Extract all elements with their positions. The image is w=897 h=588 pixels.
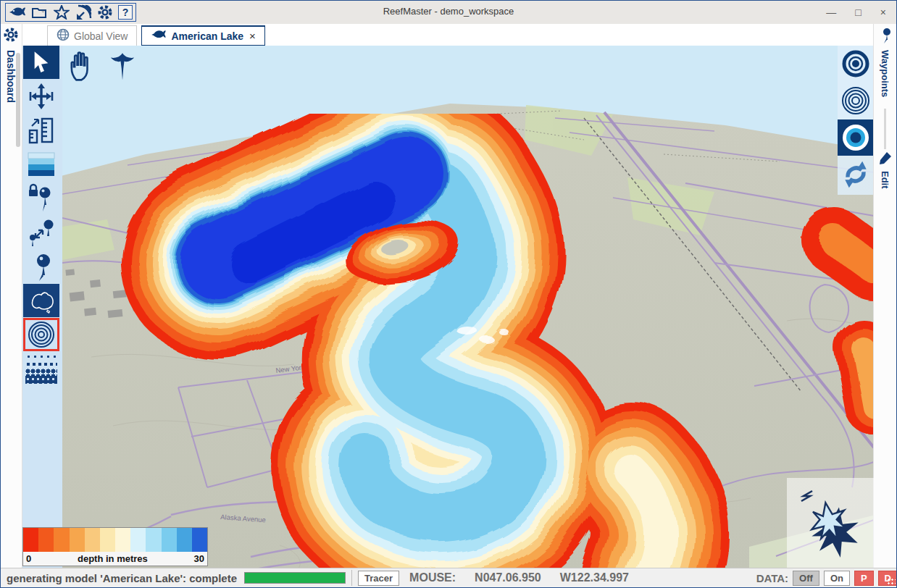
fish-icon bbox=[151, 29, 167, 43]
progress-bar bbox=[244, 572, 346, 584]
compass-overlay[interactable] bbox=[787, 478, 874, 569]
region-australia-button[interactable] bbox=[23, 284, 59, 317]
mouse-longitude: W122.34.997 bbox=[560, 571, 629, 584]
shading-dither-button[interactable] bbox=[23, 352, 59, 385]
legend-color-segment bbox=[85, 528, 100, 552]
legend-min: 0 bbox=[26, 553, 31, 564]
legend-color-segment bbox=[70, 528, 85, 552]
window-controls: — □ × bbox=[826, 1, 892, 24]
status-bar: generating model 'American Lake': comple… bbox=[1, 568, 896, 587]
minimize-button[interactable]: — bbox=[826, 7, 836, 18]
divider bbox=[884, 109, 886, 149]
mouse-label: MOUSE: bbox=[409, 571, 456, 584]
legend-color-segment bbox=[54, 528, 69, 552]
tab-global-view[interactable]: Global View bbox=[47, 25, 137, 46]
maximize-button[interactable]: □ bbox=[855, 7, 861, 18]
hand-pan-icon[interactable] bbox=[67, 50, 96, 86]
tab-label: American Lake bbox=[171, 30, 243, 42]
data-on-button[interactable]: On bbox=[824, 571, 850, 586]
position-button[interactable]: P bbox=[854, 571, 874, 586]
legend-max: 30 bbox=[194, 553, 204, 564]
depth-layers-button[interactable] bbox=[23, 148, 59, 181]
divider bbox=[351, 570, 352, 586]
tracer-button[interactable]: Tracer bbox=[358, 571, 399, 586]
dashboard-tab[interactable]: Dashboard bbox=[5, 50, 17, 103]
dashboard-gear-icon[interactable] bbox=[3, 27, 22, 46]
dashboard-panel-strip: Dashboard bbox=[1, 24, 22, 569]
left-toolbar bbox=[22, 46, 62, 569]
legend-color-segment bbox=[192, 528, 207, 552]
legend-title: depth in metres bbox=[31, 553, 193, 564]
viewport-tools bbox=[67, 50, 137, 86]
reefmaster-window: ? ReefMaster - demo_workspace — □ × Glob… bbox=[0, 0, 897, 588]
scale-pins-button[interactable] bbox=[23, 216, 59, 249]
tab-label: Global View bbox=[74, 30, 128, 42]
close-button[interactable]: × bbox=[880, 7, 886, 18]
refresh-view-button[interactable] bbox=[838, 156, 874, 193]
tab-close-icon[interactable]: × bbox=[249, 30, 256, 42]
tab-american-lake[interactable]: American Lake × bbox=[141, 25, 264, 46]
legend-color-segment bbox=[162, 528, 177, 552]
legend-color-segment bbox=[130, 528, 146, 552]
mouse-latitude: N047.06.950 bbox=[475, 571, 541, 584]
window-title: ReefMaster - demo_workspace bbox=[1, 1, 896, 24]
active-ring-button[interactable] bbox=[838, 119, 874, 156]
pushpin-icon[interactable] bbox=[878, 27, 893, 47]
data-off-button[interactable]: Off bbox=[793, 571, 819, 586]
data-label: DATA: bbox=[756, 572, 788, 584]
lock-pins-button[interactable] bbox=[23, 182, 59, 215]
tab-waypoints[interactable]: Waypoints bbox=[880, 50, 890, 97]
pencil-icon[interactable] bbox=[878, 151, 893, 168]
right-panel-strip: Waypoints Edit bbox=[873, 24, 896, 569]
legend-color-segment bbox=[115, 528, 130, 552]
data-controls: DATA: Off On P D bbox=[756, 571, 896, 586]
contour-rings-button[interactable] bbox=[838, 83, 874, 119]
bird-marker-icon[interactable] bbox=[108, 50, 137, 86]
contours-tool-button[interactable] bbox=[23, 318, 59, 351]
tab-bar: Global View American Lake × bbox=[22, 24, 874, 46]
resize-grip[interactable] bbox=[887, 578, 896, 587]
legend-color-segment bbox=[23, 528, 38, 552]
progress-fill bbox=[245, 573, 345, 583]
mouse-coordinates: MOUSE: N047.06.950 W122.34.997 bbox=[409, 571, 629, 584]
add-pin-button[interactable] bbox=[23, 250, 59, 283]
depth-legend-labels: 0 depth in metres 30 bbox=[23, 552, 207, 566]
legend-color-segment bbox=[177, 528, 192, 552]
legend-color-segment bbox=[146, 528, 161, 552]
legend-color-segment bbox=[38, 528, 54, 552]
pan-tool-button[interactable] bbox=[23, 80, 59, 113]
globe-icon bbox=[57, 28, 70, 43]
measure-tool-button[interactable] bbox=[23, 114, 59, 147]
map-3d-viewport[interactable]: New York Avenue Baltimore Street Boston … bbox=[62, 46, 874, 573]
dashboard-scrollbar[interactable] bbox=[16, 53, 20, 147]
depth-legend: 0 depth in metres 30 bbox=[22, 527, 208, 566]
title-bar: ? ReefMaster - demo_workspace — □ × bbox=[1, 1, 896, 24]
starburst-icon bbox=[801, 491, 863, 560]
select-tool-button[interactable] bbox=[23, 46, 59, 79]
legend-color-segment bbox=[100, 528, 115, 552]
right-toolbar bbox=[838, 46, 874, 195]
tab-edit[interactable]: Edit bbox=[880, 171, 890, 189]
depth-legend-bar bbox=[23, 528, 207, 552]
status-message: generating model 'American Lake': comple… bbox=[7, 572, 237, 584]
waypoint-target-button[interactable] bbox=[838, 46, 874, 82]
